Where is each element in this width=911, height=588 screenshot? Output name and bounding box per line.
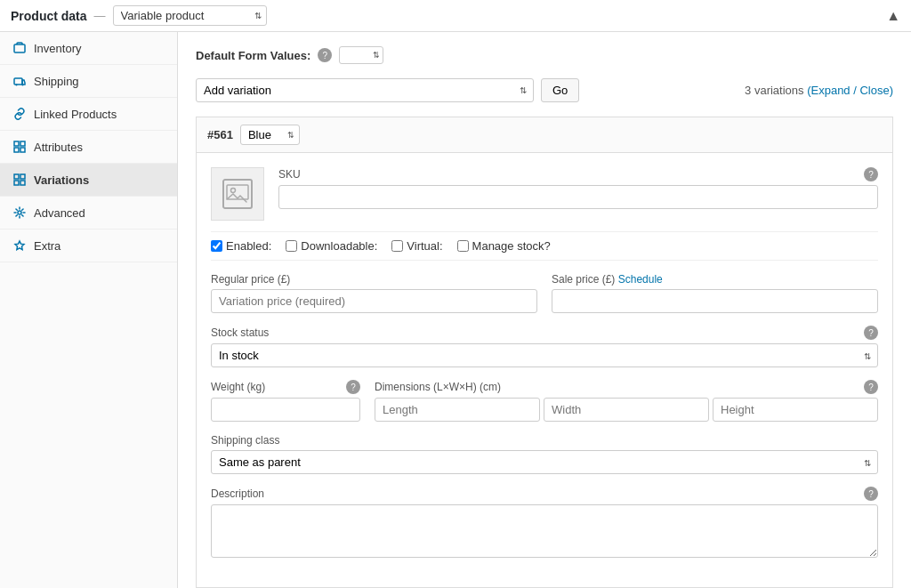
regular-price-input-561[interactable] [211, 289, 537, 313]
default-form-values-label: Default Form Values: [196, 49, 310, 62]
checkbox-enabled-input-561[interactable] [211, 240, 222, 252]
shipping-class-select-561[interactable]: Same as parent No shipping class [211, 450, 878, 474]
default-form-values-select[interactable] [339, 46, 383, 64]
regular-price-label-561: Regular price (£) [211, 273, 537, 286]
product-header-title: Product data [11, 9, 87, 23]
add-variation-select-wrapper: Add variation Add all variations [196, 78, 534, 102]
extra-icon [12, 238, 27, 253]
svg-rect-8 [14, 174, 19, 179]
sku-help-icon-561[interactable]: ? [864, 167, 878, 181]
attributes-icon [12, 140, 27, 154]
sidebar-item-shipping[interactable]: Shipping [0, 65, 177, 98]
weight-label-row-561: Weight (kg) ? [211, 380, 360, 394]
svg-rect-7 [20, 148, 25, 152]
stock-status-label-row-561: Stock status ? [211, 326, 878, 340]
svg-point-15 [231, 189, 236, 193]
variation-image-561[interactable] [211, 167, 264, 221]
sale-price-input-561[interactable] [552, 289, 878, 313]
sidebar-label-attributes: Attributes [34, 141, 83, 154]
sidebar-label-shipping: Shipping [34, 75, 79, 88]
sku-input-561[interactable] [278, 185, 878, 209]
stock-status-group-561: Stock status ? In stock Out of stock On … [211, 326, 878, 367]
content-area: Default Form Values: ? Add variation Add… [178, 32, 911, 588]
dimensions-group-561: Dimensions (L×W×H) (cm) ? [375, 380, 878, 422]
header-left: Product data — Variable product Simple p… [11, 5, 267, 26]
sidebar-item-inventory[interactable]: Inventory [0, 32, 177, 65]
go-button[interactable]: Go [541, 78, 579, 102]
dim-inputs-561 [375, 398, 878, 422]
sidebar-item-attributes[interactable]: Attributes [0, 131, 177, 164]
checkboxes-row-561: Enabled: Downloadable: Virtual: Man [211, 231, 878, 261]
variation-header-561: #561 Blue Green Red [197, 117, 892, 153]
svg-rect-4 [14, 141, 19, 146]
shipping-class-label-561: Shipping class [211, 434, 878, 447]
weight-group-561: Weight (kg) ? [211, 380, 360, 422]
checkbox-manage-stock-input-561[interactable] [457, 240, 469, 252]
sidebar: Inventory Shipping Linked Products Attri… [0, 32, 178, 588]
svg-rect-6 [14, 148, 19, 152]
sidebar-item-variations[interactable]: Variations [0, 164, 177, 197]
dimensions-help-icon-561[interactable]: ? [864, 380, 878, 394]
advanced-icon [12, 205, 27, 220]
price-row-561: Regular price (£) Sale price (£) Schedul… [211, 273, 878, 313]
sidebar-item-linked-products[interactable]: Linked Products [0, 98, 177, 131]
svg-rect-1 [14, 78, 22, 85]
weight-input-561[interactable] [211, 398, 360, 422]
description-textarea-561[interactable] [211, 504, 878, 558]
sidebar-label-variations: Variations [34, 173, 89, 187]
description-help-icon-561[interactable]: ? [864, 487, 878, 501]
main-layout: Inventory Shipping Linked Products Attri… [0, 32, 911, 588]
svg-rect-11 [20, 181, 25, 185]
default-form-values-help-icon[interactable]: ? [318, 48, 332, 62]
checkbox-virtual-input-561[interactable] [391, 240, 403, 252]
width-input-561[interactable] [544, 398, 709, 422]
dimensions-label-row-561: Dimensions (L×W×H) (cm) ? [375, 380, 878, 394]
description-group-561: Description ? [211, 487, 878, 560]
checkbox-downloadable-input-561[interactable] [286, 240, 297, 252]
sidebar-item-extra[interactable]: Extra [0, 230, 177, 262]
variation-content-561: SKU ? Enabled: [197, 153, 892, 587]
checkbox-enabled-561[interactable]: Enabled: [211, 239, 271, 253]
variation-id-561: #561 [207, 128, 233, 141]
add-variation-row: Add variation Add all variations Go 3 va… [196, 78, 893, 102]
sidebar-label-advanced: Advanced [34, 206, 85, 220]
inventory-icon [12, 41, 27, 55]
product-header: Product data — Variable product Simple p… [0, 0, 911, 32]
default-form-values-row: Default Form Values: ? [196, 46, 893, 64]
add-variation-select[interactable]: Add variation Add all variations [196, 78, 534, 102]
sku-label-561: SKU [278, 168, 301, 181]
checkbox-manage-stock-561[interactable]: Manage stock? [457, 239, 551, 253]
sidebar-label-extra: Extra [34, 239, 60, 253]
collapse-button[interactable]: ▲ [886, 8, 900, 24]
link-icon [12, 107, 27, 121]
expand-close-top[interactable]: (Expand / Close) [807, 84, 893, 97]
header-dash: — [94, 9, 106, 22]
variation-top-row-561: SKU ? [211, 167, 878, 221]
checkbox-downloadable-561[interactable]: Downloadable: [286, 239, 377, 253]
stock-status-help-icon-561[interactable]: ? [864, 326, 878, 340]
sale-price-group-561: Sale price (£) Schedule [552, 273, 878, 313]
stock-status-select-561[interactable]: In stock Out of stock On backorder [211, 343, 878, 367]
sidebar-label-linked-products: Linked Products [34, 108, 117, 121]
product-type-select[interactable]: Variable product Simple product Grouped … [113, 5, 267, 26]
regular-price-group-561: Regular price (£) [211, 273, 537, 313]
sale-price-label-561: Sale price (£) Schedule [552, 273, 878, 286]
svg-rect-0 [14, 44, 25, 52]
sidebar-item-advanced[interactable]: Advanced [0, 197, 177, 230]
variation-color-wrapper-561: Blue Green Red [240, 125, 300, 145]
svg-point-12 [18, 211, 21, 214]
description-label-row-561: Description ? [211, 487, 878, 501]
stock-status-select-wrapper-561: In stock Out of stock On backorder [211, 343, 878, 367]
height-input-561[interactable] [713, 398, 878, 422]
svg-rect-9 [20, 174, 25, 179]
default-form-values-select-wrapper [339, 46, 383, 64]
schedule-link-561[interactable]: Schedule [618, 273, 663, 286]
svg-rect-10 [14, 181, 19, 185]
svg-point-2 [16, 85, 18, 86]
variation-color-select-561[interactable]: Blue Green Red [240, 125, 300, 145]
length-input-561[interactable] [375, 398, 540, 422]
shipping-class-select-wrapper-561: Same as parent No shipping class [211, 450, 878, 474]
checkbox-virtual-561[interactable]: Virtual: [391, 239, 442, 253]
weight-help-icon-561[interactable]: ? [346, 380, 360, 394]
shipping-icon [12, 74, 27, 88]
